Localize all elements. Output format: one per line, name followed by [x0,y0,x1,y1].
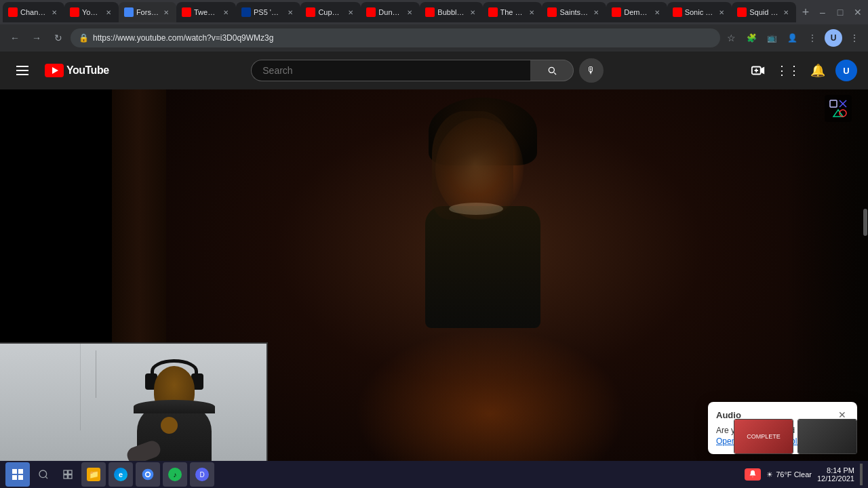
address-text: https://www.youtube.com/watch?v=i3D0q9WM… [93,33,712,43]
tab-close[interactable]: ✕ [527,7,536,17]
tab-close[interactable]: ✕ [591,7,601,17]
tab-favicon [306,7,315,17]
tab-close[interactable]: ✕ [781,7,791,17]
taskbar-chrome[interactable] [136,462,160,487]
tab-favicon [488,7,498,17]
youtube-logo[interactable]: YouTube [45,64,109,77]
tab-bubble[interactable]: Bubble | O... ✕ [420,2,482,22]
tab-close[interactable]: ✕ [161,7,171,17]
cast-icon[interactable]: 📺 [764,30,780,46]
tab-matrix[interactable]: The Matri... ✕ [483,2,542,22]
tab-favicon [547,7,557,17]
taskbar-spotify[interactable]: ♪ [163,462,187,487]
tab-close[interactable]: ✕ [104,7,113,17]
tab-label: Dune Spi... [378,8,402,16]
youtube-header: YouTube 🎙 ⋮⋮ 🔔 U [0,52,868,89]
forward-button[interactable]: → [27,28,46,47]
taskbar-clock: 8:14 PM 12/12/2021 [817,466,854,483]
hamburger-menu[interactable] [11,60,34,81]
svg-rect-23 [18,469,23,474]
tab-close[interactable]: ✕ [50,7,59,17]
taskbar-file-explorer[interactable]: 📁 [81,462,106,487]
address-bar[interactable]: 🔒 https://www.youtube.com/watch?v=i3D0q9… [71,28,720,47]
notifications-button[interactable]: 🔔 [806,58,830,83]
tab-close[interactable]: ✕ [285,7,295,17]
tab-close[interactable]: ✕ [405,7,414,17]
tab-close[interactable]: ✕ [652,7,662,17]
apps-button[interactable]: ⋮⋮ [776,58,800,83]
thumb-label-1: COMPLETE [745,432,782,441]
taskbar-edge[interactable]: e [108,462,133,487]
tab-favicon [612,7,621,17]
person-shoulders [134,400,215,413]
taskbar-task-view[interactable] [57,462,79,487]
tab-squid[interactable]: Squid Gam... ✕ [732,2,796,22]
tab-close[interactable]: ✕ [468,7,477,17]
wall-detail [80,344,81,430]
tab-label: Bubble | O... [437,8,465,16]
tab-label: Squid Gam... [749,8,778,16]
tab-sonic[interactable]: Sonic From... ✕ [667,2,732,22]
thumb-preview-1: COMPLETE [734,420,793,453]
user-avatar[interactable]: U [835,60,857,81]
maximize-icon[interactable]: □ [833,5,848,20]
tab-twentyso[interactable]: Twentyso... ✕ [176,2,236,22]
svg-point-34 [146,473,150,476]
tab-demon[interactable]: Demon Sl... ✕ [606,2,667,22]
svg-line-27 [45,476,47,479]
tab-ps5[interactable]: PS5 'Game... ✕ [236,2,300,22]
tab-channel[interactable]: Channel o... ✕ [3,2,64,22]
thumbnail-strip: COMPLETE [734,419,857,454]
taskbar-notification-icon [749,470,757,478]
settings-icon[interactable]: ⋮ [804,30,821,46]
windows-logo-icon [12,468,24,481]
taskbar-search[interactable] [33,462,54,487]
tab-label: The Matri... [500,8,525,16]
tab-label: YouTube [82,8,101,16]
svg-rect-25 [18,475,23,480]
video-area[interactable]: 14K DISLIKE SHARE [0,89,868,488]
svg-rect-29 [68,470,72,474]
tab-dune[interactable]: Dune Spi... ✕ [361,2,420,22]
tab-saints[interactable]: Saints Row... ✕ [542,2,606,22]
new-tab-button[interactable]: + [796,3,815,22]
search-input[interactable] [251,60,530,81]
playstation-icon-area [825,95,852,122]
account-icon[interactable]: 👤 [784,30,800,46]
svg-rect-6 [830,100,837,107]
tab-cuphead[interactable]: Cuphead:... ✕ [300,2,361,22]
camera-plus-icon [751,63,766,78]
task-view-icon [62,469,73,480]
taskbar-discord[interactable]: D [190,462,214,487]
spotify-icon: ♪ [168,468,182,481]
character-body [425,206,540,328]
edge-icon: e [114,468,127,481]
tab-youtube[interactable]: YouTube ✕ [64,2,119,22]
file-explorer-icon: 📁 [87,468,100,481]
search-button[interactable] [530,60,574,81]
tab-label: Forspoken [136,8,159,16]
minimize-icon[interactable]: – [815,5,830,20]
show-desktop-button[interactable] [860,464,863,485]
refresh-button[interactable]: ↻ [49,28,68,47]
thumbnail-item-2[interactable] [797,419,857,454]
thumbnail-item-1[interactable]: COMPLETE [734,419,793,454]
tab-close[interactable]: ✕ [221,7,231,17]
tab-favicon [425,7,435,17]
extension-icon[interactable]: 🧩 [743,30,760,46]
menu-icon[interactable]: ⋮ [846,30,863,46]
scrollbar-thumb[interactable] [863,209,867,236]
close-icon[interactable]: ✕ [850,5,865,20]
person-hand [161,417,178,434]
tab-forspoken[interactable]: Forspoken ✕ [119,2,176,22]
voice-search-button[interactable]: 🎙 [579,58,604,83]
start-button[interactable] [5,462,30,487]
tab-close[interactable]: ✕ [717,7,726,17]
back-button[interactable]: ← [5,28,24,47]
create-button[interactable] [746,58,770,83]
bookmark-icon[interactable]: ☆ [723,30,739,46]
sun-icon: ☀ [766,470,773,479]
tab-close[interactable]: ✕ [346,7,355,17]
search-icon [547,65,557,76]
browser-profile[interactable]: U [825,29,842,47]
